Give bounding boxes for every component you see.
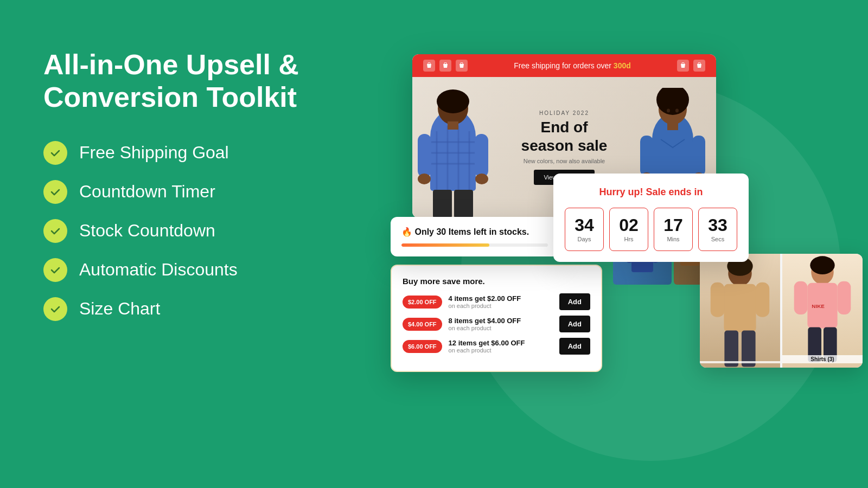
nike-card: NIKE Shirts (3) (700, 254, 863, 368)
check-icon-size-chart (43, 297, 67, 321)
svg-rect-26 (692, 136, 705, 176)
svg-rect-45 (756, 282, 770, 317)
discount-main-3: 12 items get $6.00 OFF (449, 339, 553, 347)
shopify-bag-3 (456, 60, 468, 72)
nike-label-1 (700, 361, 780, 363)
shopify-bag-5 (693, 60, 705, 72)
discount-row-3: $6.00 OFF 12 items get $6.00 OFF on each… (403, 338, 590, 355)
countdown-box-secs: 33 Secs (698, 208, 737, 251)
shopify-icons-right (677, 60, 705, 72)
discount-desc-3: 12 items get $6.00 OFF on each product (449, 339, 553, 354)
discount-row-1: $2.00 OFF 4 items get $2.00 OFF on each … (403, 293, 590, 310)
banner-text-main: Free shipping for orders over (514, 61, 614, 70)
banner-highlight: 300d (614, 61, 631, 70)
countdown-card: Hurry up! Sale ends in 34 Days 02 Hrs 17… (553, 174, 749, 262)
nike-person-2: NIKE Shirts (3) (782, 254, 863, 368)
discount-badge-3: $6.00 OFF (403, 340, 442, 353)
svg-point-23 (675, 109, 679, 113)
svg-rect-16 (433, 190, 452, 218)
add-button-1[interactable]: Add (559, 293, 590, 310)
feature-item-automatic-discounts: Automatic Discounts (43, 258, 358, 282)
svg-point-10 (437, 89, 469, 113)
stock-text: 🔥 Only 30 Items left in stocks. (401, 227, 548, 237)
countdown-hrs-value: 02 (619, 216, 639, 234)
countdown-secs-value: 33 (708, 216, 727, 234)
feature-item-stock-countdown: Stock Countdown (43, 219, 358, 243)
add-button-3[interactable]: Add (559, 338, 590, 355)
check-icon-stock-countdown (43, 219, 67, 243)
feature-label-size-chart: Size Chart (79, 299, 160, 319)
feature-item-size-chart: Size Chart (43, 297, 358, 321)
right-section: Free shipping for orders over 300d (380, 0, 868, 488)
feature-label-stock-countdown: Stock Countdown (79, 221, 215, 241)
feature-list: Free Shipping Goal Countdown Timer Stock… (43, 141, 358, 321)
main-title: All-in-One Upsell &Conversion Toolkit (43, 49, 358, 114)
discount-sub-1: on each product (449, 303, 553, 309)
countdown-box-days: 34 Days (565, 208, 604, 251)
discount-sub-2: on each product (449, 325, 553, 331)
feature-label-free-shipping: Free Shipping Goal (79, 143, 229, 163)
shopify-bag-2 (439, 60, 451, 72)
countdown-days-value: 34 (575, 216, 594, 234)
discount-desc-1: 4 items get $2.00 OFF on each product (449, 294, 553, 309)
svg-rect-11 (448, 121, 458, 130)
hero-holiday: HOLIDAY 2022 (521, 110, 608, 116)
discount-title: Buy more save more. (403, 277, 590, 286)
svg-rect-12 (418, 134, 431, 177)
feature-item-free-shipping: Free Shipping Goal (43, 141, 358, 165)
svg-point-22 (667, 109, 670, 113)
countdown-mins-value: 17 (663, 216, 683, 234)
left-section: All-in-One Upsell &Conversion Toolkit Fr… (43, 49, 358, 321)
check-icon-countdown-timer (43, 180, 67, 204)
stock-card: 🔥 Only 30 Items left in stocks. (391, 217, 559, 256)
nike-label-2: Shirts (3) (782, 355, 863, 363)
svg-rect-44 (711, 282, 725, 317)
countdown-days-label: Days (577, 236, 591, 242)
countdown-hrs-label: Hrs (624, 236, 633, 242)
discount-main-1: 4 items get $2.00 OFF (449, 294, 553, 303)
check-icon-free-shipping (43, 141, 67, 165)
svg-rect-43 (724, 284, 756, 332)
svg-rect-52 (794, 281, 808, 314)
discount-sub-3: on each product (449, 347, 553, 354)
countdown-title: Hurry up! Sale ends in (564, 187, 738, 198)
person-left (418, 88, 488, 218)
shopify-bag-1 (423, 60, 435, 72)
feature-label-countdown-timer: Countdown Timer (79, 182, 215, 202)
discount-card: Buy more save more. $2.00 OFF 4 items ge… (391, 265, 602, 372)
countdown-boxes: 34 Days 02 Hrs 17 Mins 33 Secs (564, 208, 738, 251)
svg-rect-13 (475, 134, 488, 177)
countdown-box-hrs: 02 Hrs (609, 208, 648, 251)
check-icon-automatic-discounts (43, 258, 67, 282)
svg-point-49 (810, 256, 834, 274)
svg-rect-24 (667, 123, 678, 130)
svg-text:NIKE: NIKE (812, 303, 825, 309)
discount-row-2: $4.00 OFF 8 items get $4.00 OFF on each … (403, 316, 590, 332)
discount-desc-2: 8 items get $4.00 OFF on each product (449, 317, 553, 331)
feature-label-automatic-discounts: Automatic Discounts (79, 260, 238, 280)
banner-text: Free shipping for orders over 300d (473, 61, 672, 70)
countdown-secs-label: Secs (711, 236, 724, 242)
discount-main-2: 8 items get $4.00 OFF (449, 317, 553, 325)
discount-badge-1: $2.00 OFF (403, 296, 442, 309)
svg-point-15 (475, 174, 488, 184)
svg-point-14 (418, 174, 431, 184)
shopify-bag-4 (677, 60, 689, 72)
svg-rect-17 (454, 190, 473, 218)
nike-person-1 (700, 254, 780, 368)
stock-bar-container (401, 243, 548, 247)
countdown-box-mins: 17 Mins (654, 208, 693, 251)
discount-badge-2: $4.00 OFF (403, 318, 442, 331)
stock-bar-fill (401, 243, 489, 247)
shopify-icons-left (423, 60, 468, 72)
feature-item-countdown-timer: Countdown Timer (43, 180, 358, 204)
svg-rect-53 (838, 281, 851, 314)
svg-rect-25 (640, 136, 653, 176)
add-button-2[interactable]: Add (559, 316, 590, 332)
hero-title: End ofseason sale (521, 118, 608, 155)
countdown-mins-label: Mins (667, 236, 679, 242)
store-banner: Free shipping for orders over 300d (412, 54, 716, 77)
hero-desc: New colors, now also available (521, 158, 608, 164)
